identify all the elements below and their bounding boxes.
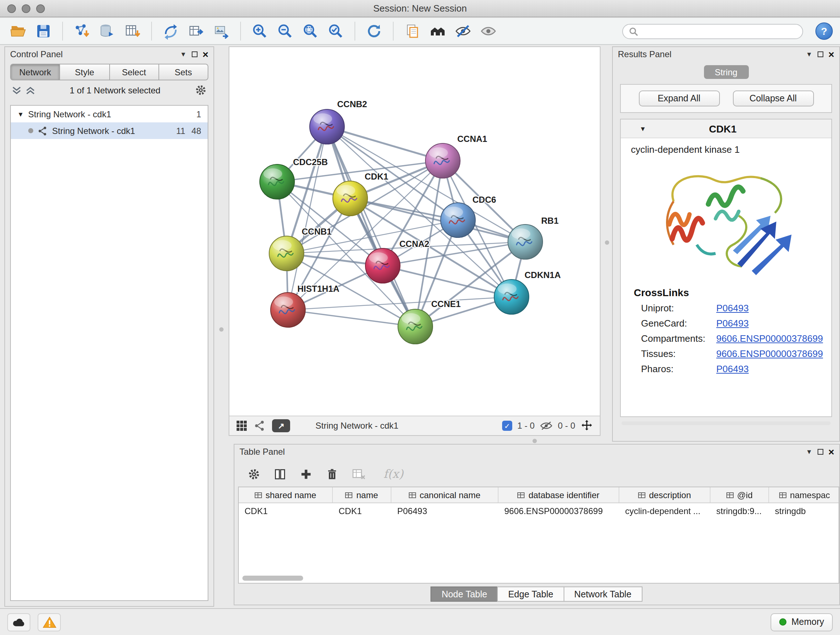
tab-style[interactable]: Style — [60, 64, 110, 80]
table-row[interactable]: CDK1CDK1P064939606.ENSP00000378699cyclin… — [239, 503, 838, 519]
results-panel-float-icon[interactable] — [818, 51, 823, 57]
network-edge-count: 48 — [189, 126, 201, 136]
column-header-description[interactable]: description — [619, 487, 711, 502]
refresh-button[interactable] — [363, 20, 385, 42]
tab-node-table[interactable]: Node Table — [431, 586, 498, 602]
help-button[interactable]: ? — [815, 22, 833, 40]
minimize-window-button[interactable] — [22, 4, 30, 13]
selected-checkbox-icon[interactable]: ✓ — [502, 421, 512, 431]
delete-column-icon[interactable] — [325, 467, 339, 480]
search-input[interactable] — [642, 26, 797, 36]
column-header-database-identifier[interactable]: database identifier — [499, 487, 619, 502]
memory-button[interactable]: Memory — [771, 613, 833, 631]
gene-disclosure-icon[interactable]: ▼ — [639, 125, 646, 132]
save-session-button[interactable] — [33, 20, 54, 42]
column-header--id[interactable]: @id — [711, 487, 769, 502]
hidden-eye-slash-icon[interactable] — [540, 421, 553, 431]
network-share-icon[interactable] — [254, 420, 265, 432]
results-panel-close-icon[interactable]: × — [829, 49, 834, 59]
crosslink-label: Tissues: — [641, 348, 716, 359]
tab-sets[interactable]: Sets — [158, 64, 209, 80]
control-panel-close-icon[interactable]: × — [202, 49, 208, 59]
birdseye-grid-icon[interactable] — [236, 420, 248, 432]
home-button[interactable] — [427, 20, 448, 42]
column-header-namespac[interactable]: namespac — [769, 487, 840, 502]
open-session-button[interactable] — [7, 20, 29, 42]
zoom-in-button[interactable] — [249, 20, 271, 42]
search-box[interactable] — [622, 24, 803, 39]
hide-selected-button[interactable] — [452, 20, 474, 42]
network-node-CDKN1A[interactable]: CDKN1A — [494, 270, 561, 314]
import-network-file-button[interactable] — [71, 20, 93, 42]
network-node-RB1[interactable]: RB1 — [508, 216, 559, 259]
table-panel-menu-icon[interactable]: ▼ — [806, 448, 813, 455]
edge-CCNB2-CCNE1[interactable] — [327, 127, 415, 326]
edge-CCNB2-HIST1H1A[interactable] — [288, 127, 327, 310]
network-collection-row[interactable]: ▼ String Network - cdk1 1 — [11, 106, 208, 122]
collection-disclosure-icon[interactable]: ▼ — [17, 111, 24, 118]
network-node-CDC25B[interactable]: CDC25B — [260, 157, 328, 199]
table-scrollbar-thumb[interactable] — [242, 576, 303, 581]
close-window-button[interactable] — [7, 4, 16, 13]
network-node-CCNB2[interactable]: CCNB2 — [309, 99, 367, 144]
splitter-handle[interactable] — [605, 241, 609, 245]
network-canvas[interactable]: CCNB2CCNA1CDC25BCDK1CDC6RB1CCNB1CCNA2CDK… — [229, 47, 600, 416]
crosslink-value-link[interactable]: P06493 — [716, 318, 749, 329]
crosslink-value-link[interactable]: P06493 — [716, 363, 749, 374]
tab-string[interactable]: String — [704, 65, 748, 79]
new-network-button[interactable] — [160, 20, 182, 42]
collapse-all-button[interactable]: Collapse All — [733, 90, 813, 106]
splitter-handle[interactable] — [219, 327, 224, 332]
maximize-window-button[interactable] — [36, 4, 45, 13]
select-columns-icon[interactable] — [273, 467, 286, 480]
zoom-out-button[interactable] — [274, 20, 296, 42]
table-settings-gear-icon[interactable] — [248, 467, 261, 480]
control-panel-menu-icon[interactable]: ▼ — [180, 51, 187, 57]
network-node-CCNE1[interactable]: CCNE1 — [398, 299, 461, 344]
zoom-fit-button[interactable] — [300, 20, 321, 42]
column-header-canonical-name[interactable]: canonical name — [392, 487, 499, 502]
expand-all-icon[interactable] — [25, 86, 35, 95]
tab-network-table[interactable]: Network Table — [563, 586, 642, 602]
import-table-button[interactable] — [122, 20, 143, 42]
export-image-button[interactable] — [210, 20, 232, 42]
network-row-selected[interactable]: String Network - cdk1 11 48 — [11, 122, 208, 139]
copy-button[interactable] — [401, 20, 423, 42]
gene-section-header[interactable]: ▼ CDK1 — [621, 119, 831, 138]
splitter-handle[interactable] — [532, 439, 537, 443]
add-column-icon[interactable] — [300, 467, 313, 480]
edge-CCNB2-CCNA1[interactable] — [327, 127, 443, 161]
table-panel-close-icon[interactable]: × — [829, 447, 834, 457]
crosslink-value-link[interactable]: 9606.ENSP00000378699 — [716, 348, 823, 359]
tab-select[interactable]: Select — [109, 64, 159, 80]
column-header-name[interactable]: name — [333, 487, 392, 502]
network-options-gear-icon[interactable] — [195, 84, 207, 96]
zoom-selected-button[interactable] — [325, 20, 347, 42]
cloud-button[interactable] — [7, 613, 30, 631]
export-network-button[interactable] — [185, 20, 207, 42]
network-node-HIST1H1A[interactable]: HIST1H1A — [271, 284, 339, 327]
control-panel-float-icon[interactable] — [192, 51, 197, 57]
tab-network[interactable]: Network — [10, 64, 60, 80]
show-all-button[interactable] — [477, 20, 499, 42]
column-header-shared-name[interactable]: shared name — [239, 487, 333, 502]
crosslink-value-link[interactable]: P06493 — [716, 302, 749, 314]
results-panel-menu-icon[interactable]: ▼ — [806, 51, 813, 57]
crosshair-move-icon[interactable] — [580, 419, 593, 432]
network-node-CDC6[interactable]: CDC6 — [441, 195, 496, 238]
import-network-database-button[interactable] — [96, 20, 118, 42]
database-icon — [98, 22, 116, 40]
open-in-new-window-button[interactable]: ↗ — [272, 419, 290, 432]
network-node-CCNA1[interactable]: CCNA1 — [425, 134, 487, 178]
edge-HIST1H1A-CCNE1[interactable] — [288, 310, 415, 326]
network-node-CDK1[interactable]: CDK1 — [333, 172, 388, 216]
table-panel-float-icon[interactable] — [818, 449, 823, 455]
crosslink-value-link[interactable]: 9606.ENSP00000378699 — [716, 333, 823, 344]
results-scrollbar[interactable] — [622, 421, 831, 425]
column-header-label: shared name — [265, 490, 316, 500]
collapse-all-icon[interactable] — [11, 86, 22, 95]
warnings-button[interactable] — [38, 613, 61, 631]
network-status-bar: ↗ String Network - cdk1 ✓ 1 - 0 0 - 0 — [229, 416, 600, 435]
tab-edge-table[interactable]: Edge Table — [497, 586, 564, 602]
expand-all-button[interactable]: Expand All — [638, 90, 720, 106]
